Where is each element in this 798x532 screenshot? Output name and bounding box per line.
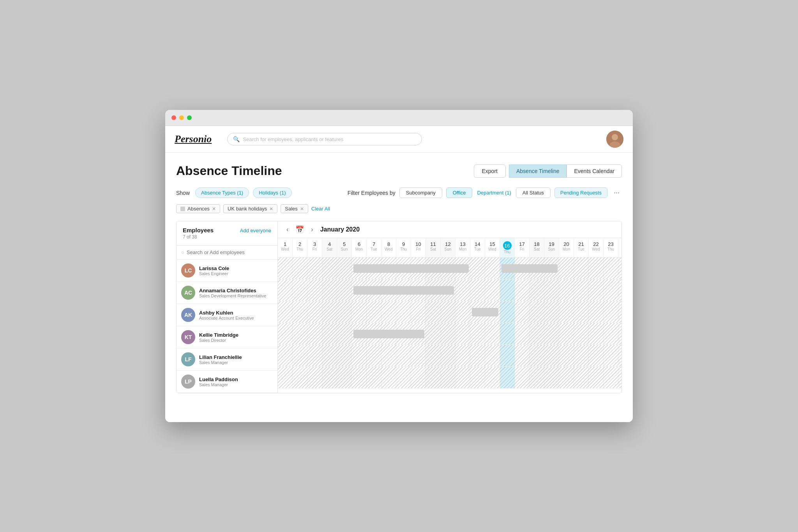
calendar-cell[interactable] — [559, 323, 574, 345]
calendar-cell[interactable] — [381, 367, 396, 388]
add-everyone-button[interactable]: Add everyone — [240, 228, 271, 233]
calendar-cell[interactable] — [455, 279, 470, 301]
calendar-cell[interactable] — [352, 345, 367, 366]
calendar-cell[interactable] — [278, 323, 293, 345]
calendar-cell[interactable] — [352, 367, 367, 388]
calendar-cell[interactable] — [530, 301, 544, 323]
all-status-filter[interactable]: All Status — [516, 187, 551, 198]
absence-timeline-tab[interactable]: Absence Timeline — [509, 164, 567, 178]
employee-list-item[interactable]: KT Kellie Timbridge Sales Director — [177, 326, 277, 348]
calendar-cell[interactable] — [367, 345, 381, 366]
calendar-cell[interactable] — [396, 345, 411, 366]
calendar-cell[interactable] — [470, 279, 485, 301]
calendar-cell[interactable] — [574, 279, 589, 301]
calendar-cell[interactable] — [618, 345, 621, 366]
calendar-cell[interactable] — [500, 279, 515, 301]
calendar-cell[interactable] — [544, 301, 559, 323]
calendar-cell[interactable] — [500, 301, 515, 323]
calendar-cell[interactable] — [618, 367, 621, 388]
export-button[interactable]: Export — [474, 164, 506, 178]
calendar-cell[interactable] — [426, 301, 441, 323]
calendar-cell[interactable] — [515, 279, 530, 301]
calendar-cell[interactable] — [455, 323, 470, 345]
calendar-cell[interactable] — [574, 367, 589, 388]
calendar-cell[interactable] — [307, 258, 322, 279]
calendar-cell[interactable] — [307, 345, 322, 366]
calendar-cell[interactable] — [426, 323, 441, 345]
calendar-cell[interactable] — [589, 323, 604, 345]
employee-search-input[interactable] — [187, 249, 273, 255]
calendar-cell[interactable] — [455, 301, 470, 323]
more-filters-button[interactable]: ··· — [611, 189, 622, 197]
calendar-cell[interactable] — [322, 279, 337, 301]
calendar-cell[interactable] — [337, 279, 352, 301]
calendar-cell[interactable] — [559, 279, 574, 301]
prev-month-button[interactable]: ‹ — [284, 225, 291, 234]
calendar-cell[interactable] — [322, 345, 337, 366]
calendar-cell[interactable] — [381, 345, 396, 366]
calendar-cell[interactable] — [485, 323, 500, 345]
calendar-cell[interactable] — [604, 279, 618, 301]
calendar-cell[interactable] — [559, 301, 574, 323]
absence-types-chip[interactable]: Absence Types (1) — [195, 187, 249, 198]
calendar-cell[interactable] — [337, 301, 352, 323]
calendar-cell[interactable] — [293, 301, 307, 323]
calendar-cell[interactable] — [307, 279, 322, 301]
calendar-cell[interactable] — [307, 301, 322, 323]
calendar-cell[interactable] — [337, 367, 352, 388]
calendar-cell[interactable] — [604, 367, 618, 388]
calendar-cell[interactable] — [604, 323, 618, 345]
calendar-cell[interactable] — [485, 258, 500, 279]
calendar-cell[interactable] — [618, 258, 621, 279]
avatar[interactable] — [606, 131, 623, 148]
calendar-cell[interactable] — [530, 323, 544, 345]
search-bar[interactable]: 🔍 Search for employees, applicants or fe… — [227, 133, 422, 145]
subcompany-filter[interactable]: Subcompany — [399, 187, 442, 198]
calendar-cell[interactable] — [530, 279, 544, 301]
calendar-cell[interactable] — [574, 345, 589, 366]
calendar-cell[interactable] — [322, 367, 337, 388]
calendar-cell[interactable] — [396, 367, 411, 388]
calendar-cell[interactable] — [574, 301, 589, 323]
calendar-cell[interactable] — [293, 367, 307, 388]
tag-close-uk-holidays[interactable]: ✕ — [269, 206, 273, 212]
calendar-cell[interactable] — [278, 345, 293, 366]
close-dot[interactable] — [171, 115, 176, 120]
pending-requests-filter[interactable]: Pending Requests — [554, 187, 607, 198]
next-month-button[interactable]: › — [309, 225, 315, 234]
tag-close-sales[interactable]: ✕ — [300, 206, 304, 212]
calendar-cell[interactable] — [470, 258, 485, 279]
calendar-cell[interactable] — [293, 258, 307, 279]
department-filter[interactable]: Department (1) — [476, 188, 512, 198]
calendar-cell[interactable] — [618, 279, 621, 301]
calendar-cell[interactable] — [441, 301, 455, 323]
calendar-cell[interactable] — [411, 367, 426, 388]
calendar-cell[interactable] — [515, 367, 530, 388]
absence-bar[interactable] — [472, 308, 498, 316]
calendar-cell[interactable] — [500, 367, 515, 388]
calendar-cell[interactable] — [441, 323, 455, 345]
calendar-cell[interactable] — [396, 301, 411, 323]
calendar-cell[interactable] — [367, 301, 381, 323]
employee-search[interactable]: ○ — [177, 246, 277, 260]
calendar-cell[interactable] — [530, 367, 544, 388]
calendar-cell[interactable] — [337, 258, 352, 279]
calendar-cell[interactable] — [544, 345, 559, 366]
calendar-cell[interactable] — [455, 345, 470, 366]
employee-list-item[interactable]: LC Larissa Cole Sales Engineer — [177, 260, 277, 282]
today-button[interactable]: 📅 — [295, 225, 304, 234]
clear-all-button[interactable]: Clear All — [311, 206, 330, 212]
calendar-cell[interactable] — [322, 323, 337, 345]
calendar-cell[interactable] — [604, 258, 618, 279]
calendar-cell[interactable] — [278, 367, 293, 388]
absence-bar[interactable] — [353, 286, 454, 295]
employee-list-item[interactable]: LF Lilian Franchiellie Sales Manager — [177, 348, 277, 371]
calendar-cell[interactable] — [411, 345, 426, 366]
calendar-cell[interactable] — [544, 323, 559, 345]
calendar-cell[interactable] — [426, 345, 441, 366]
calendar-cell[interactable] — [574, 323, 589, 345]
calendar-cell[interactable] — [352, 301, 367, 323]
calendar-cell[interactable] — [500, 345, 515, 366]
calendar-cell[interactable] — [544, 279, 559, 301]
calendar-cell[interactable] — [293, 279, 307, 301]
